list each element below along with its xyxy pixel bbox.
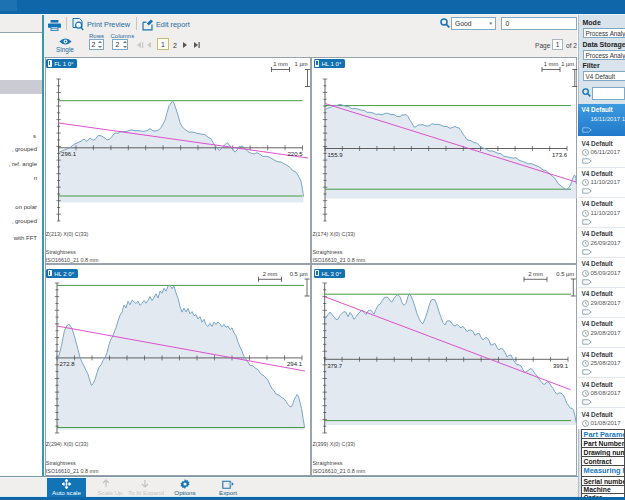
svg-text:296.1: 296.1	[61, 151, 77, 157]
svg-text:1 mm: 1 mm	[544, 61, 559, 67]
svg-text:155.9: 155.9	[328, 152, 344, 158]
svg-text:379.7: 379.7	[327, 363, 343, 369]
svg-text:272.8: 272.8	[60, 361, 76, 367]
svg-text:294.1: 294.1	[287, 361, 303, 367]
svg-text:2 mm: 2 mm	[263, 271, 278, 277]
svg-text:1 µm: 1 µm	[561, 61, 574, 67]
svg-text:2 mm: 2 mm	[528, 271, 543, 277]
svg-text:173.6: 173.6	[552, 152, 568, 158]
svg-text:1 µm: 1 µm	[295, 61, 308, 67]
svg-text:1 mm: 1 mm	[273, 61, 288, 67]
svg-text:0.5 µm: 0.5 µm	[290, 271, 308, 277]
svg-text:399.1: 399.1	[553, 363, 569, 369]
svg-text:220.5: 220.5	[287, 151, 303, 157]
svg-text:0.5 µm: 0.5 µm	[556, 271, 574, 277]
